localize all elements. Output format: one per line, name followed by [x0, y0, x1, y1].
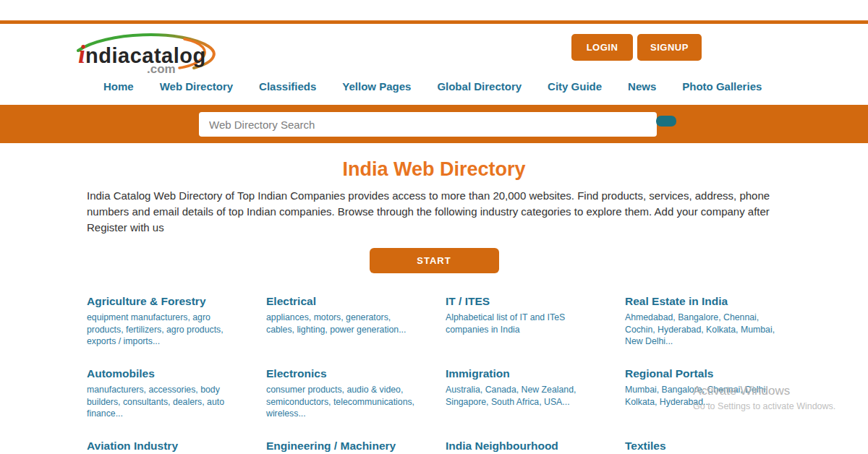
category-description: equipment manufacturers, agro products, …	[87, 312, 241, 348]
main-nav: Home Web Directory Classifieds Yellow Pa…	[103, 80, 762, 93]
category-automobiles: Automobiles manufacturers, accessories, …	[87, 367, 241, 420]
login-button[interactable]: LOGIN	[571, 34, 633, 61]
category-immigration: Immigration Australia, Canada, New Zeala…	[446, 367, 600, 420]
category-title[interactable]: IT / ITES	[446, 295, 600, 308]
nav-item-classifieds[interactable]: Classifieds	[259, 80, 316, 93]
logo-rest: ndiacatalog	[85, 44, 206, 67]
category-description: Australia, Canada, New Zealand, Singapor…	[446, 384, 600, 408]
logo-wordmark: indiacatalog	[78, 39, 206, 69]
category-electronics: Electronics consumer products, audio & v…	[266, 367, 420, 420]
category-regional-portals: Regional Portals Mumbai, Bangalore, Chen…	[625, 367, 779, 420]
category-description: Alphabetical list of IT and ITeS compani…	[446, 312, 600, 335]
search-submit-button[interactable]	[656, 116, 676, 127]
category-title[interactable]: Textiles	[625, 440, 779, 453]
category-title[interactable]: Regional Portals	[625, 367, 779, 380]
category-description: appliances, motors, generators, cables, …	[266, 312, 420, 335]
category-description: manufacturers, accessories, body builder…	[87, 384, 241, 420]
top-strip	[0, 0, 868, 20]
category-grid: Agriculture & Forestry equipment manufac…	[87, 295, 779, 454]
logo-tld: .com	[147, 62, 176, 77]
category-description: Mumbai, Bangalore, Chennai, Delhi, Kolka…	[625, 384, 779, 408]
category-title[interactable]: Electronics	[266, 367, 420, 380]
category-title[interactable]: Automobiles	[87, 367, 241, 380]
nav-item-city-guide[interactable]: City Guide	[548, 80, 602, 93]
nav-item-news[interactable]: News	[628, 80, 656, 93]
category-title[interactable]: Engineering / Machinery	[266, 440, 420, 453]
page-title: India Web Directory	[0, 158, 868, 181]
start-button-wrap: START	[0, 248, 868, 273]
start-button[interactable]: START	[370, 248, 499, 273]
search-band	[0, 105, 868, 143]
category-title[interactable]: Electrical	[266, 295, 420, 308]
category-real-estate: Real Estate in India Ahmedabad, Bangalor…	[625, 295, 779, 348]
category-textiles: Textiles Apparel, Clothing, Garments, Te…	[625, 440, 779, 454]
category-title[interactable]: Aviation Industry	[87, 440, 241, 453]
nav-item-web-directory[interactable]: Web Directory	[160, 80, 233, 93]
category-engineering-machinery: Engineering / Machinery aerospace, bio-m…	[266, 440, 420, 454]
page: indiacatalog .com LOGIN SIGNUP Home Web …	[0, 0, 868, 454]
nav-item-global-directory[interactable]: Global Directory	[437, 80, 522, 93]
logo-letter-i: i	[78, 40, 85, 69]
category-agriculture-forestry: Agriculture & Forestry equipment manufac…	[87, 295, 241, 348]
category-india-neighbourhood: India Neighbourhood Afghanistan, Banglad…	[446, 440, 600, 454]
category-electrical: Electrical appliances, motors, generator…	[266, 295, 420, 348]
nav-item-yellow-pages[interactable]: Yellow Pages	[342, 80, 411, 93]
site-logo[interactable]: indiacatalog .com	[72, 30, 217, 77]
category-title[interactable]: Real Estate in India	[625, 295, 779, 308]
category-it-ites: IT / ITES Alphabetical list of IT and IT…	[446, 295, 600, 348]
intro-text: India Catalog Web Directory of Top India…	[87, 188, 778, 235]
category-description: Ahmedabad, Bangalore, Chennai, Cochin, H…	[625, 312, 779, 348]
category-title[interactable]: India Neighbourhood	[446, 440, 600, 453]
web-directory-search-input[interactable]	[199, 112, 657, 137]
category-title[interactable]: Agriculture & Forestry	[87, 295, 241, 308]
category-title[interactable]: Immigration	[446, 367, 600, 380]
nav-item-photo-galleries[interactable]: Photo Galleries	[682, 80, 762, 93]
category-aviation-industry: Aviation Industry Aircraft manufacturers…	[87, 440, 241, 454]
nav-item-home[interactable]: Home	[103, 80, 134, 93]
site-header: indiacatalog .com LOGIN SIGNUP Home Web …	[0, 24, 868, 105]
signup-button[interactable]: SIGNUP	[637, 34, 702, 61]
category-description: consumer products, audio & video, semico…	[266, 384, 420, 420]
